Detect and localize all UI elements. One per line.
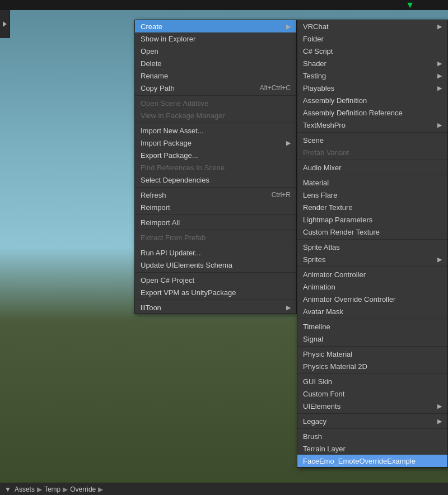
menu-item-signal[interactable]: Signal — [297, 333, 447, 345]
menu-item-reimport-all[interactable]: Reimport All — [135, 216, 296, 228]
separator-8 — [135, 300, 296, 300]
r-separator-3 — [297, 175, 447, 175]
menu-item-delete[interactable]: Delete — [135, 57, 296, 69]
menu-item-show-in-explorer[interactable]: Show in Explorer — [135, 32, 296, 45]
menu-item-animation[interactable]: Animation — [297, 281, 447, 293]
r-separator-7 — [297, 346, 447, 347]
menu-item-physic-material[interactable]: Physic Material — [297, 348, 447, 360]
menu-item-refresh[interactable]: Refresh Ctrl+R — [135, 189, 296, 201]
left-panel-collapse[interactable] — [0, 10, 10, 38]
green-arrow-indicator: ▼ — [405, 0, 414, 10]
top-bar — [0, 0, 448, 10]
menu-item-vrchat[interactable]: VRChat ▶ — [297, 20, 447, 32]
menu-item-liltoon[interactable]: lilToon ▶ — [135, 301, 296, 314]
r-separator-8 — [297, 373, 447, 374]
breadcrumb-separator-2: ▶ — [63, 485, 68, 493]
menu-item-brush[interactable]: Brush — [297, 430, 447, 442]
menu-item-animator-controller[interactable]: Animator Controller — [297, 268, 447, 281]
bottom-bar: ▼ Assets ▶ Temp ▶ Override ▶ — [0, 483, 448, 495]
menu-item-update-uielements[interactable]: Update UIElements Schema — [135, 259, 296, 271]
r-separator-5 — [297, 267, 447, 267]
separator-6 — [135, 245, 296, 245]
r-separator-9 — [297, 413, 447, 414]
menu-item-custom-render-texture[interactable]: Custom Render Texture — [297, 226, 447, 238]
menu-item-timeline[interactable]: Timeline — [297, 320, 447, 333]
separator-2 — [135, 123, 296, 123]
breadcrumb-separator-3: ▶ — [98, 485, 103, 493]
collapse-triangle-icon — [3, 21, 7, 27]
menu-item-scene[interactable]: Scene — [297, 134, 447, 146]
menu-item-render-texture[interactable]: Render Texture — [297, 201, 447, 213]
menu-item-textmeshpro[interactable]: TextMeshPro ▶ — [297, 119, 447, 131]
separator-3 — [135, 187, 296, 188]
menu-item-physics-material-2d[interactable]: Physics Material 2D — [297, 360, 447, 372]
r-separator-6 — [297, 319, 447, 319]
menu-item-sprites[interactable]: Sprites ▶ — [297, 253, 447, 265]
menu-item-create[interactable]: Create ▶ — [135, 20, 296, 32]
menu-item-export-vpm[interactable]: Export VPM as UnityPackage — [135, 286, 296, 298]
menu-item-extract-from-prefab: Extract From Prefab — [135, 231, 296, 244]
separator-1 — [135, 95, 296, 96]
menu-item-open[interactable]: Open — [135, 45, 296, 57]
menu-item-import-package[interactable]: Import Package ▶ — [135, 137, 296, 149]
context-menu-right: VRChat ▶ Folder C# Script Shader ▶ Testi… — [297, 20, 448, 468]
menu-item-sprite-atlas[interactable]: Sprite Atlas — [297, 241, 447, 253]
r-separator-2 — [297, 160, 447, 160]
menu-item-prefab-variant: Prefab Variant — [297, 146, 447, 158]
menu-item-export-package[interactable]: Export Package... — [135, 149, 296, 161]
menu-item-assembly-definition[interactable]: Assembly Definition — [297, 94, 447, 106]
context-menu-left: Create ▶ Show in Explorer Open Delete Re… — [134, 20, 297, 314]
menu-item-find-references: Find References In Scene — [135, 161, 296, 174]
menu-item-legacy[interactable]: Legacy ▶ — [297, 415, 447, 427]
menu-item-reimport[interactable]: Reimport — [135, 201, 296, 213]
breadcrumb-expand-icon[interactable]: ▼ — [4, 485, 11, 493]
menu-item-select-dependencies[interactable]: Select Dependencies — [135, 174, 296, 186]
menu-item-folder[interactable]: Folder — [297, 32, 447, 45]
separator-5 — [135, 230, 296, 230]
r-separator-10 — [297, 428, 447, 429]
menu-item-run-api-updater[interactable]: Run API Updater... — [135, 246, 296, 259]
menu-item-lightmap-parameters[interactable]: Lightmap Parameters — [297, 213, 447, 226]
breadcrumb-assets[interactable]: Assets — [15, 485, 35, 493]
breadcrumb-override[interactable]: Override — [70, 485, 96, 493]
menu-item-view-package-manager: View in Package Manager — [135, 109, 296, 122]
menu-item-audio-mixer[interactable]: Audio Mixer — [297, 161, 447, 174]
menu-item-csharp-script[interactable]: C# Script — [297, 45, 447, 57]
breadcrumb-temp[interactable]: Temp — [44, 485, 60, 493]
menu-item-playables[interactable]: Playables ▶ — [297, 82, 447, 94]
menu-item-custom-font[interactable]: Custom Font — [297, 387, 447, 400]
breadcrumb-separator-1: ▶ — [37, 485, 42, 493]
menu-item-uielements[interactable]: UIElements ▶ — [297, 400, 447, 412]
menu-item-testing[interactable]: Testing ▶ — [297, 69, 447, 82]
r-separator-4 — [297, 239, 447, 240]
menu-item-open-csharp-project[interactable]: Open C# Project — [135, 274, 296, 286]
menu-item-shader[interactable]: Shader ▶ — [297, 57, 447, 69]
separator-4 — [135, 214, 296, 215]
menu-item-gui-skin[interactable]: GUI Skin — [297, 375, 447, 387]
menu-item-open-scene-additive: Open Scene Additive — [135, 97, 296, 109]
menu-item-assembly-definition-reference[interactable]: Assembly Definition Reference — [297, 106, 447, 119]
menu-item-animator-override-controller[interactable]: Animator Override Controller — [297, 293, 447, 305]
menu-item-lens-flare[interactable]: Lens Flare — [297, 189, 447, 201]
menu-item-rename[interactable]: Rename — [135, 69, 296, 82]
separator-7 — [135, 272, 296, 273]
r-separator-1 — [297, 132, 447, 133]
menu-item-copy-path[interactable]: Copy Path Alt+Ctrl+C — [135, 82, 296, 94]
menu-item-faceemo[interactable]: FaceEmo_EmoteOverrideExample — [297, 455, 447, 467]
menu-item-terrain-layer[interactable]: Terrain Layer — [297, 442, 447, 455]
menu-item-avatar-mask[interactable]: Avatar Mask — [297, 305, 447, 317]
menu-item-material[interactable]: Material — [297, 176, 447, 189]
menu-item-import-new-asset[interactable]: Import New Asset... — [135, 124, 296, 137]
